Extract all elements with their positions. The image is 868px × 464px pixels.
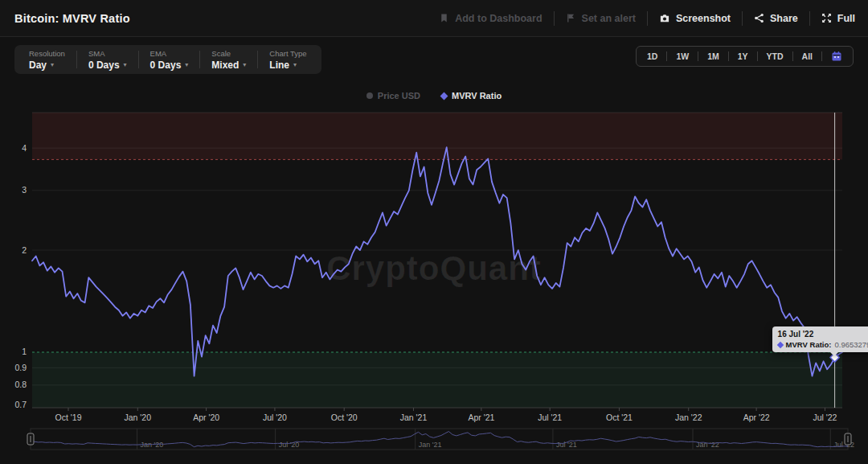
tooltip-date: 16 Jul '22 — [778, 330, 868, 339]
y-tick-label: 3 — [22, 185, 27, 195]
overvalued-zone — [32, 113, 842, 159]
x-tick-label: Jul '20 — [263, 413, 287, 422]
y-tick-label: 0.8 — [14, 380, 27, 389]
x-tick-label: Jul '21 — [538, 413, 562, 422]
undervalued-zone — [32, 352, 842, 408]
x-tick-label: Jul '22 — [813, 413, 837, 422]
x-tick-label: Jan '21 — [400, 413, 428, 422]
y-tick-label: 1 — [22, 347, 27, 356]
navigator-tick-label: Jul '21 — [556, 441, 577, 449]
series-diamond-icon — [776, 341, 783, 347]
chart-tooltip: 16 Jul '22 MVRV Ratio: 0.96532799 — [772, 326, 868, 352]
y-tick-label: 2 — [22, 245, 27, 255]
navigator-tick-label: Jan '21 — [419, 441, 442, 449]
y-tick-label: 4 — [22, 143, 27, 153]
x-tick-label: Jan '20 — [125, 413, 152, 422]
x-tick-label: Apr '22 — [743, 413, 770, 422]
x-tick-label: Oct '20 — [331, 413, 358, 422]
navigator-tick-label: Jan '22 — [696, 441, 719, 449]
mvrv-ratio-chart[interactable]: Oct '19Jan '20Apr '20Jul '20Oct '20Jan '… — [0, 0, 868, 464]
mvrv-ratio-line — [32, 147, 842, 376]
x-tick-label: Apr '21 — [468, 413, 494, 422]
x-tick-label: Oct '19 — [55, 413, 82, 422]
y-tick-label: 0.7 — [14, 400, 27, 409]
tooltip-value: 0.96532799 — [834, 340, 868, 349]
x-tick-label: Apr '20 — [193, 413, 219, 422]
x-tick-label: Oct '21 — [606, 413, 633, 422]
tooltip-series-label: MVRV Ratio: — [786, 340, 832, 349]
y-tick-label: 0.9 — [14, 363, 27, 372]
x-tick-label: Jan '22 — [675, 413, 702, 422]
